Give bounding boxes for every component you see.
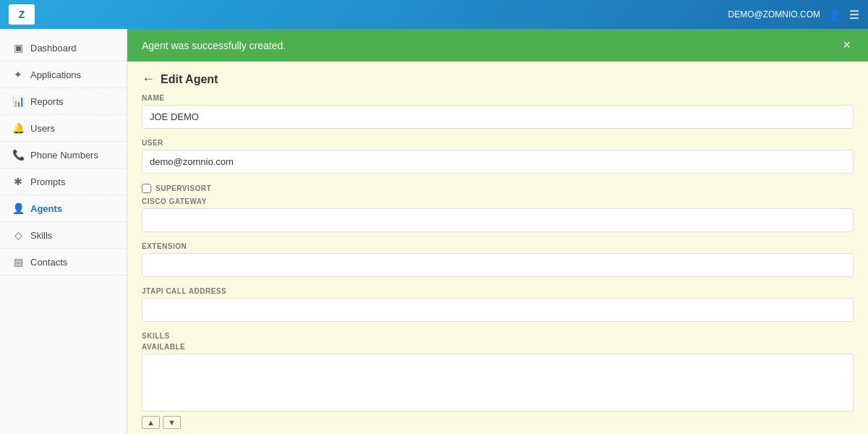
jtapi-input[interactable] — [142, 298, 854, 322]
sidebar-item-prompts[interactable]: ✱ Prompts — [0, 169, 127, 195]
sidebar-item-dashboard[interactable]: ▣ Dashboard — [0, 35, 127, 61]
user-input[interactable] — [142, 150, 854, 174]
sidebar-item-agents[interactable]: 👤 Agents — [0, 195, 127, 222]
sidebar-label-skills: Skills — [30, 230, 52, 241]
skills-section: SKILLS AVAILABLE ▲ ▼ — [142, 332, 854, 429]
sidebar-item-skills[interactable]: ◇ Skills — [0, 222, 127, 249]
arrow-buttons: ▲ ▼ — [142, 416, 854, 429]
contacts-icon: ▤ — [12, 256, 25, 268]
supervisor-label: SUPERVISORT — [156, 184, 211, 192]
extension-group: EXTENSION — [142, 242, 854, 277]
header-right: DEMO@ZOMNIO.COM 👤 ☰ — [728, 8, 859, 22]
sidebar-label-phone-numbers: Phone Numbers — [30, 150, 98, 161]
supervisor-row: SUPERVISORT — [142, 184, 854, 193]
extension-input[interactable] — [142, 253, 854, 277]
hamburger-menu-icon[interactable]: ☰ — [849, 8, 859, 22]
available-label: AVAILABLE — [142, 343, 854, 351]
cisco-gateway-input[interactable] — [142, 208, 854, 232]
phone-numbers-icon: 📞 — [12, 149, 25, 161]
cisco-gateway-label: CISCO GATEWAY — [142, 197, 854, 205]
sidebar-label-prompts: Prompts — [30, 176, 65, 187]
success-message: Agent was successfully created. — [142, 40, 286, 51]
logo: Z — [9, 4, 35, 25]
page-title: Edit Agent — [161, 73, 218, 86]
sidebar: ▣ Dashboard ✦ Applications 📊 Reports 🔔 U… — [0, 29, 127, 434]
user-field-group: USER — [142, 139, 854, 174]
sidebar-label-applications: Applications — [30, 69, 81, 80]
sidebar-item-contacts[interactable]: ▤ Contacts — [0, 249, 127, 276]
applications-icon: ✦ — [12, 69, 25, 80]
content-area: Agent was successfully created. × ← Edit… — [127, 29, 868, 434]
sidebar-label-contacts: Contacts — [30, 257, 67, 268]
users-icon: 🔔 — [12, 122, 25, 134]
user-profile-icon[interactable]: 👤 — [827, 8, 842, 22]
down-arrow-button[interactable]: ▼ — [163, 416, 181, 429]
header-user-email: DEMO@ZOMNIO.COM — [728, 9, 820, 20]
up-arrow-button[interactable]: ▲ — [142, 416, 160, 429]
form-area: NAME USER SUPERVISORT CISCO GATEWAY EXTE… — [127, 94, 868, 434]
sidebar-item-reports[interactable]: 📊 Reports — [0, 88, 127, 115]
dashboard-icon: ▣ — [12, 42, 25, 54]
skills-grid: AVAILABLE — [142, 343, 854, 412]
skills-icon: ◇ — [12, 229, 25, 241]
cisco-gateway-group: CISCO GATEWAY — [142, 197, 854, 232]
top-header: Z DEMO@ZOMNIO.COM 👤 ☰ — [0, 0, 868, 29]
sidebar-label-agents: Agents — [30, 203, 62, 214]
sidebar-label-dashboard: Dashboard — [30, 43, 77, 54]
sidebar-label-reports: Reports — [30, 96, 64, 107]
banner-close-button[interactable]: × — [840, 38, 854, 53]
success-banner: Agent was successfully created. × — [127, 29, 868, 61]
jtapi-label: JTAPI CALL ADDRESS — [142, 287, 854, 295]
reports-icon: 📊 — [12, 95, 25, 107]
name-input[interactable] — [142, 105, 854, 129]
skills-header: SKILLS — [142, 332, 854, 340]
page-header: ← Edit Agent — [127, 61, 868, 94]
skills-available-col: AVAILABLE — [142, 343, 854, 412]
sidebar-item-users[interactable]: 🔔 Users — [0, 115, 127, 142]
main-layout: ▣ Dashboard ✦ Applications 📊 Reports 🔔 U… — [0, 29, 868, 434]
agents-icon: 👤 — [12, 203, 25, 214]
supervisor-checkbox[interactable] — [142, 184, 151, 193]
sidebar-item-applications[interactable]: ✦ Applications — [0, 61, 127, 88]
extension-label: EXTENSION — [142, 242, 854, 250]
prompts-icon: ✱ — [12, 176, 25, 187]
jtapi-group: JTAPI CALL ADDRESS — [142, 287, 854, 322]
sidebar-label-users: Users — [30, 123, 55, 134]
available-skills-list[interactable] — [142, 354, 854, 412]
name-label: NAME — [142, 94, 854, 102]
sidebar-item-phone-numbers[interactable]: 📞 Phone Numbers — [0, 142, 127, 169]
back-button[interactable]: ← — [142, 72, 155, 87]
name-field-group: NAME — [142, 94, 854, 129]
user-label: USER — [142, 139, 854, 147]
